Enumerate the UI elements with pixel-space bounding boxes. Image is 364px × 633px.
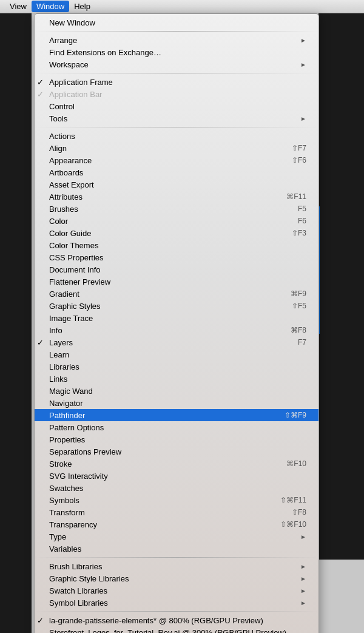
workspace-label: Workspace — [47, 60, 300, 69]
graphic-styles-shortcut: ⇧F5 — [280, 302, 306, 310]
align-shortcut: ⇧F7 — [280, 144, 306, 152]
right-sidebar — [318, 13, 364, 560]
application-frame-label: Application Frame — [47, 78, 306, 87]
menu-item-attributes[interactable]: Attributes ⌘F11 — [35, 191, 318, 203]
menu-help[interactable]: Help — [69, 1, 95, 12]
transform-shortcut: ⇧F8 — [280, 508, 306, 516]
menu-item-layers[interactable]: ✓ Layers F7 — [35, 336, 318, 348]
symbol-libraries-label: Symbol Libraries — [47, 598, 300, 608]
document-info-label: Document Info — [47, 265, 306, 274]
menu-item-new-window[interactable]: New Window — [35, 16, 318, 29]
menu-item-workspace[interactable]: Workspace ► — [35, 58, 318, 70]
menu-item-brushes[interactable]: Brushes F5 — [35, 203, 318, 215]
gradient-shortcut: ⌘F9 — [278, 289, 306, 298]
menu-item-align[interactable]: Align ⇧F7 — [35, 142, 318, 154]
swatches-label: Swatches — [47, 484, 306, 493]
color-shortcut: F6 — [286, 217, 306, 225]
menu-item-transparency[interactable]: Transparency ⇧⌘F10 — [35, 518, 318, 530]
menu-item-application-frame[interactable]: ✓ Application Frame — [35, 76, 318, 88]
menu-item-control[interactable]: Control — [35, 100, 318, 112]
menu-item-brush-libraries[interactable]: Brush Libraries ► — [35, 560, 318, 572]
brush-libraries-arrow: ► — [300, 563, 306, 570]
menu-item-pathfinder[interactable]: Pathfinder ⇧⌘F9 — [35, 409, 318, 421]
layers-shortcut: F7 — [286, 338, 306, 347]
menu-item-variables[interactable]: Variables — [35, 543, 318, 555]
separator-5 — [35, 611, 318, 612]
links-label: Links — [47, 374, 306, 384]
menu-item-tools[interactable]: Tools ► — [35, 112, 318, 124]
menu-item-type[interactable]: Type ► — [35, 530, 318, 543]
menu-item-transform[interactable]: Transform ⇧F8 — [35, 506, 318, 518]
menu-item-actions[interactable]: Actions — [35, 130, 318, 142]
info-shortcut: ⌘F8 — [278, 326, 306, 334]
transparency-label: Transparency — [47, 520, 268, 529]
color-guide-shortcut: ⇧F3 — [280, 229, 306, 237]
symbol-libraries-arrow: ► — [300, 600, 306, 606]
menu-item-stroke[interactable]: Stroke ⌘F10 — [35, 458, 318, 470]
libraries-label: Libraries — [47, 362, 306, 371]
menu-item-doc-2[interactable]: Storefront_Logos_for_Tutorial_Rev.ai @ 3… — [35, 626, 318, 633]
find-extensions-label: Find Extensions on Exchange… — [47, 48, 306, 57]
tools-arrow: ► — [300, 115, 306, 122]
properties-label: Properties — [47, 435, 306, 444]
menu-item-asset-export[interactable]: Asset Export — [35, 178, 318, 191]
menu-item-swatch-libraries[interactable]: Swatch Libraries ► — [35, 584, 318, 597]
brushes-shortcut: F5 — [286, 205, 306, 213]
menu-item-css-properties[interactable]: CSS Properties — [35, 251, 318, 263]
menu-item-symbol-libraries[interactable]: Symbol Libraries ► — [35, 597, 318, 609]
menu-item-doc-1[interactable]: ✓ la-grande-patisserie-elements* @ 800% … — [35, 614, 318, 626]
layers-label: Layers — [47, 338, 286, 347]
swatch-libraries-label: Swatch Libraries — [47, 586, 300, 595]
menu-item-application-bar[interactable]: ✓ Application Bar — [35, 88, 318, 100]
menu-item-artboards[interactable]: Artboards — [35, 166, 318, 178]
doc-1-label: la-grande-patisserie-elements* @ 800% (R… — [47, 616, 306, 625]
menu-item-swatches[interactable]: Swatches — [35, 482, 318, 494]
menu-item-graphic-styles[interactable]: Graphic Styles ⇧F5 — [35, 300, 318, 312]
menu-item-properties[interactable]: Properties — [35, 433, 318, 445]
menu-item-navigator[interactable]: Navigator — [35, 397, 318, 409]
menu-item-arrange[interactable]: Arrange ► — [35, 34, 318, 46]
control-label: Control — [47, 102, 306, 111]
menu-item-flattener-preview[interactable]: Flattener Preview — [35, 276, 318, 288]
swatch-libraries-arrow: ► — [300, 587, 306, 594]
menu-item-image-trace[interactable]: Image Trace — [35, 312, 318, 324]
menu-item-graphic-style-libraries[interactable]: Graphic Style Libraries ► — [35, 572, 318, 584]
magic-wand-label: Magic Wand — [47, 387, 306, 396]
separations-preview-label: Separations Preview — [47, 447, 306, 456]
transparency-shortcut: ⇧⌘F10 — [268, 520, 306, 529]
menu-item-separations-preview[interactable]: Separations Preview — [35, 445, 318, 458]
menu-window[interactable]: Window — [32, 1, 69, 12]
pattern-options-label: Pattern Options — [47, 423, 306, 432]
attributes-label: Attributes — [47, 192, 274, 201]
actions-label: Actions — [47, 132, 306, 141]
menu-item-find-extensions[interactable]: Find Extensions on Exchange… — [35, 46, 318, 58]
attributes-shortcut: ⌘F11 — [274, 192, 306, 201]
menu-item-document-info[interactable]: Document Info — [35, 263, 318, 276]
check-layers: ✓ — [37, 338, 47, 347]
pathfinder-label: Pathfinder — [47, 411, 272, 420]
graphic-style-libraries-arrow: ► — [300, 575, 306, 582]
menu-item-magic-wand[interactable]: Magic Wand — [35, 385, 318, 397]
menu-item-links[interactable]: Links — [35, 373, 318, 385]
graphic-styles-label: Graphic Styles — [47, 302, 280, 311]
menu-item-svg-interactivity[interactable]: SVG Interactivity — [35, 470, 318, 482]
menu-item-info[interactable]: Info ⌘F8 — [35, 324, 318, 336]
menu-item-color-themes[interactable]: Color Themes — [35, 239, 318, 251]
menu-item-symbols[interactable]: Symbols ⇧⌘F11 — [35, 494, 318, 506]
pathfinder-shortcut: ⇧⌘F9 — [272, 411, 306, 419]
menu-item-libraries[interactable]: Libraries — [35, 361, 318, 373]
menu-item-color[interactable]: Color F6 — [35, 215, 318, 227]
menu-view[interactable]: View — [5, 1, 32, 12]
appearance-shortcut: ⇧F6 — [280, 156, 306, 164]
flattener-preview-label: Flattener Preview — [47, 277, 306, 286]
menu-item-color-guide[interactable]: Color Guide ⇧F3 — [35, 227, 318, 239]
left-sidebar — [0, 13, 32, 633]
new-window-label: New Window — [47, 18, 306, 27]
menu-item-appearance[interactable]: Appearance ⇧F6 — [35, 154, 318, 166]
menu-item-learn[interactable]: Learn — [35, 348, 318, 361]
svg-interactivity-label: SVG Interactivity — [47, 472, 306, 481]
color-label: Color — [47, 217, 286, 226]
menu-item-pattern-options[interactable]: Pattern Options — [35, 421, 318, 433]
menu-item-gradient[interactable]: Gradient ⌘F9 — [35, 288, 318, 300]
arrange-label: Arrange — [47, 36, 300, 45]
